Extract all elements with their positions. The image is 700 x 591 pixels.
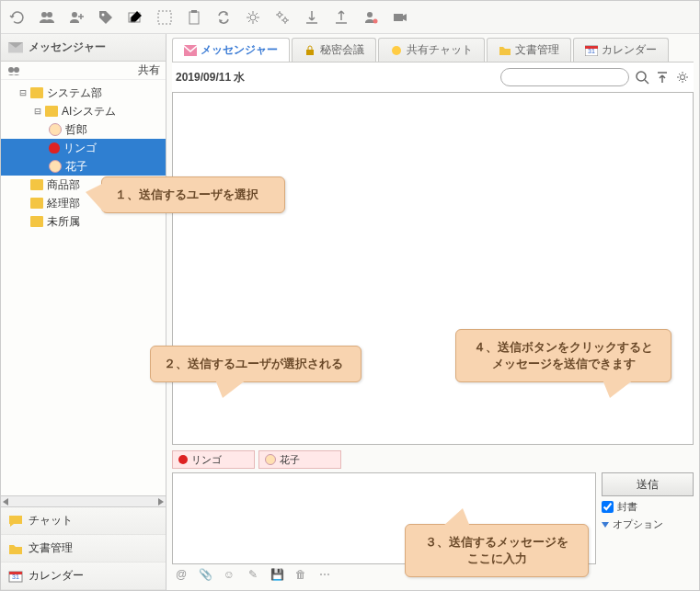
more-icon[interactable]: ⋯: [317, 568, 332, 581]
tree-folder-system[interactable]: ⊟システム部: [1, 84, 166, 102]
search-input[interactable]: [500, 68, 629, 86]
tab-secret[interactable]: 秘密会議: [292, 38, 376, 62]
content-area: メッセンジャー 秘密会議 共有チャット 文書管理 31カレンダー 2019/09…: [166, 34, 699, 590]
tab-share-chat[interactable]: 共有チャット: [378, 38, 485, 62]
callout-4: ４、送信ボタンをクリックするとメッセージを送信できます: [455, 329, 671, 382]
svg-point-23: [637, 72, 646, 81]
tab-bar: メッセンジャー 秘密会議 共有チャット 文書管理 31カレンダー: [172, 34, 694, 62]
h-scrollbar[interactable]: [1, 495, 166, 506]
avatar-icon: [49, 160, 62, 173]
lock-icon: [304, 45, 316, 56]
tab-calendar[interactable]: 31カレンダー: [573, 38, 669, 62]
folder-icon: [499, 45, 511, 56]
svg-point-20: [392, 46, 401, 55]
main-area: メッセンジャー 共有 ⊟システム部 ⊟AIシステム 哲郎 リンゴ 花子 商品部 …: [1, 34, 699, 590]
svg-rect-13: [394, 14, 403, 21]
recipient-chip-ringo[interactable]: リンゴ: [172, 450, 255, 469]
emoji-icon[interactable]: ☺: [222, 568, 236, 581]
svg-point-9: [278, 13, 281, 17]
scroll-top-icon[interactable]: [655, 70, 670, 85]
group-icon: [6, 65, 134, 75]
compose-side: 送信 封書 オプション: [602, 472, 694, 564]
apple-icon: [178, 455, 188, 464]
sync-icon[interactable]: [214, 8, 233, 27]
sidebar: メッセンジャー 共有 ⊟システム部 ⊟AIシステム 哲郎 リンゴ 花子 商品部 …: [1, 34, 166, 590]
search-icon[interactable]: [635, 70, 649, 85]
svg-point-11: [367, 12, 373, 17]
gear-icon[interactable]: [244, 8, 262, 27]
sealed-checkbox[interactable]: 封書: [602, 500, 694, 514]
attach-icon[interactable]: 📎: [198, 568, 212, 581]
tree-user-tetsuro[interactable]: 哲郎: [1, 120, 166, 139]
gears-icon[interactable]: [273, 8, 292, 27]
share-label: 共有: [138, 63, 160, 78]
select-icon[interactable]: [155, 8, 174, 27]
tree-user-ringo[interactable]: リンゴ: [1, 139, 166, 157]
edit-icon[interactable]: ✎: [246, 568, 260, 581]
tree-folder-unassigned[interactable]: 未所属: [1, 212, 166, 231]
user-dot-icon[interactable]: [361, 8, 380, 27]
svg-point-10: [283, 18, 287, 22]
sidebar-footer: チャット 文書管理 31カレンダー: [1, 506, 166, 590]
chat-icon: [8, 515, 23, 528]
folder-icon: [30, 87, 43, 98]
svg-rect-5: [158, 11, 171, 24]
chevron-down-icon: [602, 522, 609, 528]
callout-2: ２、送信するユーザが選択される: [150, 346, 361, 382]
gear-icon[interactable]: [675, 70, 690, 85]
main-toolbar: [1, 1, 699, 34]
save-icon[interactable]: 💾: [270, 568, 284, 581]
current-date: 2019/09/11 水: [176, 70, 245, 85]
envelope-icon: [184, 45, 197, 56]
folder-icon: [8, 542, 23, 555]
mention-icon[interactable]: @: [174, 568, 189, 581]
sidebar-nav-docs[interactable]: 文書管理: [1, 535, 166, 563]
person-add-icon[interactable]: [67, 8, 86, 27]
apple-icon: [49, 142, 60, 153]
export-icon[interactable]: [332, 8, 350, 27]
clipboard-icon[interactable]: [185, 8, 203, 27]
svg-rect-6: [189, 12, 199, 24]
avatar-icon: [265, 454, 276, 465]
callout-1: １、送信するユーザを選択: [101, 176, 285, 213]
import-icon[interactable]: [303, 8, 321, 27]
tab-docs[interactable]: 文書管理: [487, 38, 571, 62]
group-icon[interactable]: [38, 8, 56, 27]
sidebar-header: メッセンジャー: [1, 34, 166, 62]
sidebar-title: メッセンジャー: [29, 40, 106, 55]
compose-icon[interactable]: [126, 8, 144, 27]
recipient-chip-hanako[interactable]: 花子: [258, 450, 341, 469]
folder-icon: [45, 106, 58, 117]
svg-point-15: [14, 67, 19, 73]
tree-user-hanako[interactable]: 花子: [1, 157, 166, 176]
date-bar: 2019/09/11 水: [172, 62, 694, 92]
svg-point-24: [681, 75, 685, 80]
calendar-icon: 31: [8, 570, 23, 583]
folder-icon: [30, 179, 43, 190]
calendar-icon: 31: [585, 45, 598, 56]
callout-3: ３、送信するメッセージをここに入力: [405, 524, 589, 577]
avatar-icon: [49, 123, 62, 136]
send-button[interactable]: 送信: [602, 472, 694, 496]
svg-point-1: [47, 12, 52, 17]
tag-icon[interactable]: [97, 8, 115, 27]
svg-rect-19: [306, 50, 314, 55]
org-tree: ⊟システム部 ⊟AIシステム 哲郎 リンゴ 花子 商品部 経理部 未所属: [1, 80, 166, 495]
sidebar-nav-calendar[interactable]: 31カレンダー: [1, 563, 166, 590]
sidebar-nav-chat[interactable]: チャット: [1, 507, 166, 535]
trash-icon[interactable]: 🗑: [293, 568, 308, 581]
svg-point-14: [8, 67, 14, 73]
svg-point-3: [102, 13, 105, 16]
svg-point-0: [41, 12, 47, 17]
refresh-icon[interactable]: [8, 8, 27, 27]
camera-icon[interactable]: [391, 8, 409, 27]
envelope-icon: [8, 42, 23, 53]
svg-point-8: [250, 15, 256, 20]
tree-folder-ai[interactable]: ⊟AIシステム: [1, 102, 166, 120]
tab-messenger[interactable]: メッセンジャー: [172, 38, 290, 62]
option-toggle[interactable]: オプション: [602, 517, 694, 531]
chat-icon: [390, 45, 403, 56]
svg-point-2: [72, 12, 77, 17]
folder-icon: [30, 198, 43, 209]
share-row[interactable]: 共有: [1, 62, 166, 80]
